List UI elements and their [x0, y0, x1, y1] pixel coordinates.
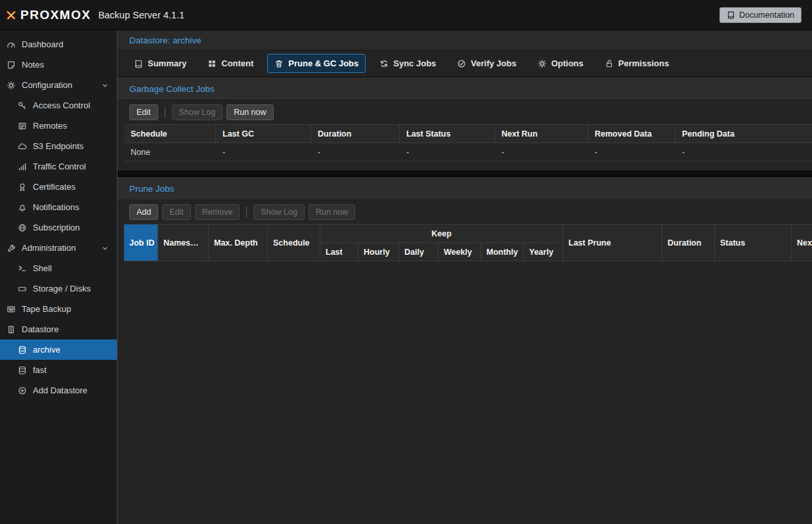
- database-icon: [16, 366, 28, 375]
- prune-keep-subcolumns: Last Hourly Daily Weekly Monthly Yearly: [320, 243, 563, 261]
- grid-icon: [207, 59, 217, 68]
- sidebar-item-label: Certificates: [33, 182, 75, 192]
- sidebar-item-certificates[interactable]: Certificates: [0, 177, 117, 197]
- sidebar-item-label: Subscription: [33, 223, 80, 232]
- gc-col-next-run[interactable]: Next Run: [495, 125, 588, 142]
- gc-col-duration[interactable]: Duration: [311, 125, 400, 142]
- prune-col-keep-daily[interactable]: Daily: [399, 243, 438, 261]
- gc-col-last-gc[interactable]: Last GC: [216, 125, 311, 142]
- chevron-down-icon: [101, 81, 109, 89]
- tab-options[interactable]: Options: [530, 54, 591, 73]
- documentation-button[interactable]: Documentation: [719, 7, 801, 23]
- prune-col-last-prune[interactable]: Last Prune: [563, 225, 662, 261]
- gears-icon: [5, 81, 16, 90]
- gc-section-title: Garbage Collect Jobs: [129, 84, 215, 94]
- chevron-down-icon: [101, 244, 109, 252]
- sidebar-item-administration[interactable]: Administration: [0, 238, 117, 258]
- sidebar-item-label: Dashboard: [22, 39, 64, 49]
- prune-col-namespace[interactable]: Names…: [158, 225, 209, 261]
- edit-button[interactable]: Edit: [162, 204, 191, 220]
- tab-permissions[interactable]: Permissions: [597, 54, 676, 73]
- prune-col-job-id[interactable]: Job ID: [124, 225, 158, 261]
- run-now-button[interactable]: Run now: [226, 104, 273, 120]
- toolbar-separator: [165, 106, 165, 118]
- prune-col-keep-monthly[interactable]: Monthly: [481, 243, 524, 261]
- gc-col-last-status[interactable]: Last Status: [400, 125, 495, 142]
- check-circle-icon: [457, 59, 466, 68]
- tab-label: Sync Jobs: [393, 58, 436, 68]
- sidebar-item-traffic-control[interactable]: Traffic Control: [0, 156, 117, 177]
- gc-table-row[interactable]: None - - - - - -: [124, 143, 812, 162]
- gc-table-header: Schedule Last GC Duration Last Status Ne…: [124, 124, 812, 143]
- signal-icon: [16, 162, 28, 171]
- terminal-icon: [16, 264, 28, 273]
- sidebar-item-remotes[interactable]: Remotes: [0, 116, 117, 136]
- tab-sync-jobs[interactable]: Sync Jobs: [372, 54, 443, 73]
- page-title-text: Datastore: archive: [129, 35, 202, 45]
- sidebar-item-notifications[interactable]: Notifications: [0, 197, 117, 217]
- gc-col-pending-data[interactable]: Pending Data: [675, 125, 812, 142]
- sync-icon: [379, 59, 389, 68]
- sidebar-item-shell[interactable]: Shell: [0, 258, 117, 278]
- sidebar-item-storage-disks[interactable]: Storage / Disks: [0, 278, 117, 299]
- show-log-button[interactable]: Show Log: [253, 204, 305, 220]
- sidebar-item-label: Configuration: [22, 80, 72, 90]
- add-button[interactable]: Add: [129, 204, 158, 220]
- sidebar-item-dashboard[interactable]: Dashboard: [0, 34, 117, 55]
- tab-bar: Summary Content Prune & GC Jobs Sync Job…: [118, 51, 812, 77]
- cloud-icon: [16, 142, 28, 151]
- sidebar-item-notes[interactable]: Notes: [0, 55, 117, 75]
- gc-col-removed-data[interactable]: Removed Data: [588, 125, 675, 142]
- tab-label: Permissions: [618, 58, 669, 68]
- globe-icon: [16, 223, 28, 232]
- sidebar-item-label: Traffic Control: [33, 162, 86, 171]
- prune-col-keep-hourly[interactable]: Hourly: [358, 243, 399, 261]
- main-layout: Dashboard Notes Configuration Access Con…: [0, 30, 812, 524]
- section-gap: [118, 162, 812, 171]
- sidebar-item-label: Add Datastore: [33, 385, 87, 395]
- bell-icon: [16, 203, 28, 212]
- sidebar-item-datastore-fast[interactable]: fast: [0, 360, 117, 380]
- top-header: PROXMOX Backup Server 4.1.1 Documentatio…: [0, 0, 812, 30]
- gear-icon: [538, 59, 547, 68]
- gc-cell-next-run: -: [495, 143, 588, 161]
- tab-verify-jobs[interactable]: Verify Jobs: [450, 54, 523, 73]
- show-log-button[interactable]: Show Log: [172, 104, 223, 120]
- sidebar-item-s3-endpoints[interactable]: S3 Endpoints: [0, 136, 117, 156]
- sidebar-item-configuration[interactable]: Configuration: [0, 75, 117, 95]
- page-title: Datastore: archive: [118, 30, 812, 51]
- gc-col-schedule[interactable]: Schedule: [124, 125, 216, 142]
- tab-summary[interactable]: Summary: [127, 54, 194, 73]
- sidebar-item-label: Administration: [22, 243, 75, 253]
- gc-cell-removed-data: -: [588, 143, 675, 161]
- book-icon: [727, 11, 735, 19]
- tab-content[interactable]: Content: [200, 54, 261, 73]
- prune-col-keep-last[interactable]: Last: [320, 243, 358, 261]
- prune-col-keep-yearly[interactable]: Yearly: [524, 243, 563, 261]
- prune-col-keep-weekly[interactable]: Weekly: [438, 243, 481, 261]
- sidebar-item-add-datastore[interactable]: Add Datastore: [0, 380, 117, 401]
- sidebar-item-subscription[interactable]: Subscription: [0, 217, 117, 238]
- gc-section-header: Garbage Collect Jobs: [118, 77, 812, 100]
- gc-cell-last-gc: -: [216, 143, 311, 161]
- sidebar: Dashboard Notes Configuration Access Con…: [0, 30, 118, 524]
- sidebar-item-tape-backup[interactable]: Tape Backup: [0, 299, 117, 319]
- gc-cell-last-status: -: [400, 143, 495, 161]
- remove-button[interactable]: Remove: [195, 204, 240, 220]
- prune-col-schedule[interactable]: Schedule: [268, 225, 320, 261]
- prune-toolbar: Add Edit Remove Show Log Run now: [118, 200, 812, 224]
- tab-prune-gc-jobs[interactable]: Prune & GC Jobs: [267, 54, 366, 73]
- sidebar-item-label: Notifications: [33, 202, 79, 212]
- prune-col-next-run[interactable]: Next Run: [792, 225, 812, 261]
- run-now-button[interactable]: Run now: [309, 204, 355, 220]
- sidebar-item-label: archive: [33, 345, 60, 355]
- prune-col-max-depth[interactable]: Max. Depth: [209, 225, 268, 261]
- section-splitter[interactable]: [118, 171, 812, 177]
- sidebar-item-datastore[interactable]: Datastore: [0, 319, 117, 339]
- prune-col-duration[interactable]: Duration: [662, 225, 715, 261]
- sidebar-item-datastore-archive[interactable]: archive: [0, 339, 117, 360]
- edit-button[interactable]: Edit: [129, 104, 158, 120]
- sidebar-item-label: fast: [33, 365, 47, 375]
- prune-col-status[interactable]: Status: [715, 225, 792, 261]
- sidebar-item-access-control[interactable]: Access Control: [0, 95, 117, 116]
